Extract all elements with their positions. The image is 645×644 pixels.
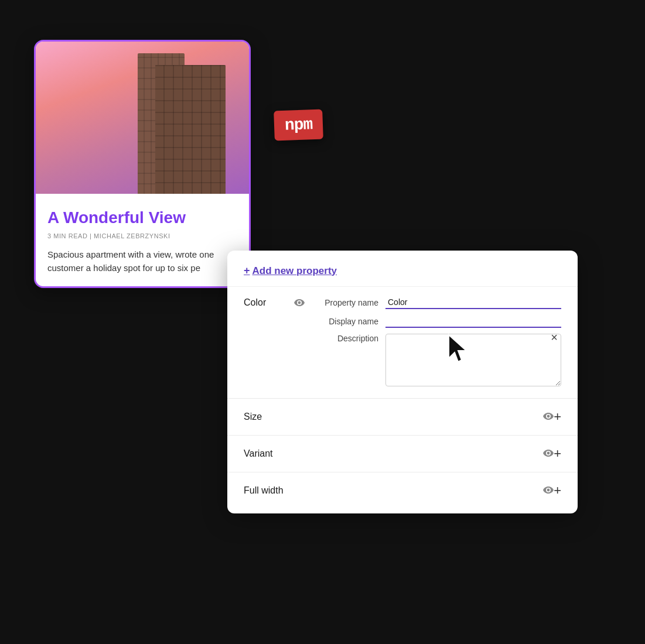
- description-textarea[interactable]: [385, 334, 561, 386]
- add-property-label: Add new property: [252, 265, 337, 277]
- fullwidth-add-icon[interactable]: +: [554, 483, 561, 498]
- variant-property-row: Variant +: [227, 436, 578, 472]
- blog-card-excerpt: Spacious apartment with a view, wrote on…: [47, 248, 237, 275]
- display-name-label: Display name: [314, 317, 378, 326]
- property-name-value: Color: [385, 296, 561, 309]
- color-eye-icon[interactable]: [294, 296, 305, 308]
- color-form-fields: Property name Color Display name Descrip…: [314, 296, 561, 386]
- blog-card-title: A Wonderful View: [47, 208, 237, 228]
- fullwidth-property-row: Full width +: [227, 472, 578, 509]
- properties-panel: + Add new property Color Property name C…: [227, 251, 578, 513]
- size-add-icon[interactable]: +: [554, 409, 561, 424]
- display-name-input[interactable]: [385, 315, 561, 328]
- variant-eye-icon[interactable]: [543, 449, 554, 458]
- color-property-label: Color: [244, 296, 291, 308]
- display-name-row: Display name: [314, 315, 561, 328]
- blog-card-meta: 3 MIN READ | MICHAEL ZEBRZYNSKI: [47, 232, 237, 239]
- color-property-row-expanded: Color Property name Color Display name: [227, 287, 578, 399]
- add-plus-icon: +: [244, 265, 250, 277]
- add-property-row: + Add new property: [227, 251, 578, 287]
- add-new-property-button[interactable]: + Add new property: [244, 265, 337, 277]
- variant-add-icon[interactable]: +: [554, 446, 561, 461]
- size-property-label: Size: [244, 412, 540, 422]
- description-row: Description: [314, 334, 561, 386]
- npm-badge: npm: [274, 109, 323, 141]
- size-property-row: Size +: [227, 399, 578, 436]
- blog-card-image: [36, 42, 249, 194]
- close-color-property-button[interactable]: ×: [547, 330, 561, 344]
- size-eye-icon[interactable]: [543, 412, 554, 422]
- color-property-header: Color Property name Color Display name: [244, 296, 561, 386]
- description-label: Description: [314, 334, 378, 343]
- building-icon: [155, 65, 226, 194]
- blog-card-body: A Wonderful View 3 MIN READ | MICHAEL ZE…: [36, 194, 249, 286]
- fullwidth-eye-icon[interactable]: [543, 486, 554, 495]
- variant-property-label: Variant: [244, 448, 540, 459]
- fullwidth-property-label: Full width: [244, 485, 540, 496]
- property-name-label: Property name: [314, 298, 378, 307]
- blog-card: A Wonderful View 3 MIN READ | MICHAEL ZE…: [34, 40, 251, 288]
- property-name-row: Property name Color: [314, 296, 561, 309]
